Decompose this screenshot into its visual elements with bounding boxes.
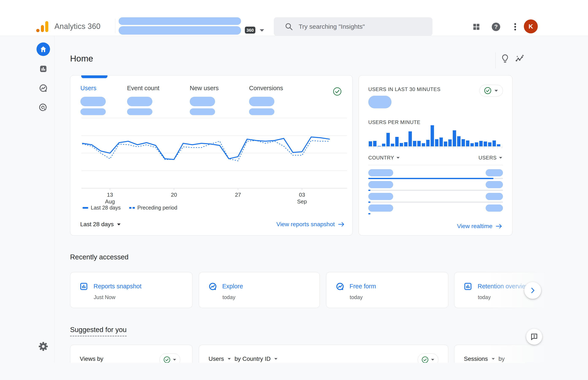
metric-delta-redacted <box>80 108 106 115</box>
account-name-redacted <box>119 17 241 25</box>
date-range-selector[interactable]: Last 28 days <box>80 221 121 228</box>
metric-label[interactable]: Conversions <box>249 85 283 92</box>
metric-label[interactable]: New users <box>190 85 219 92</box>
search-bar[interactable] <box>274 17 432 36</box>
metric-value-redacted <box>80 97 106 106</box>
progress-track <box>368 202 503 203</box>
dimension-part[interactable]: Views by <box>80 356 103 362</box>
recent-card-free-form[interactable]: Free form today <box>326 272 448 308</box>
recent-card-title[interactable]: Free form <box>350 283 376 290</box>
status-check-icon <box>484 87 492 95</box>
svg-text:?: ? <box>494 24 498 30</box>
card-status-dropdown[interactable] <box>160 353 180 363</box>
users-last-30min-label: USERS IN LAST 30 MINUTES <box>368 86 441 92</box>
property-name-redacted <box>119 26 241 35</box>
metric-tab-event-count[interactable]: Event count <box>127 85 159 115</box>
left-nav: /* teeth injected below */ <box>0 36 54 363</box>
chevron-down-icon <box>491 358 495 360</box>
chevron-down-icon <box>173 359 177 361</box>
metric-label[interactable]: Users <box>80 85 106 92</box>
recently-accessed-title: Recently accessed <box>70 253 128 261</box>
chart-legend: Last 28 days Preceding period <box>83 205 177 211</box>
suggested-card-1[interactable]: Views by <box>70 345 193 363</box>
progress-bar <box>368 178 493 179</box>
dimension-part[interactable]: by Country ID <box>234 356 270 362</box>
realtime-card: USERS IN LAST 30 MINUTES USERS PER MINUT… <box>358 75 513 235</box>
users-value-redacted <box>486 193 503 200</box>
arrow-right-icon <box>338 221 345 227</box>
card-status-dropdown[interactable] <box>418 353 438 363</box>
carousel-next-button[interactable] <box>524 282 541 299</box>
sidebar-item-home[interactable] <box>36 42 50 56</box>
more-vert-icon[interactable] <box>510 22 520 32</box>
progress-bar <box>368 190 370 191</box>
progress-bar <box>368 213 370 214</box>
metric-label[interactable]: Event count <box>127 85 159 92</box>
advertising-icon <box>39 103 48 112</box>
sidebar-item-reports[interactable] <box>36 62 50 76</box>
analytics-home-page: Analytics 360 360 ? K <box>0 0 588 380</box>
suggested-card-2[interactable]: Usersby Country ID <box>199 345 448 363</box>
feedback-button[interactable] <box>526 329 542 345</box>
recent-card-retention-overview[interactable]: Retention overview today <box>454 272 581 308</box>
metric-tab-conversions[interactable]: Conversions <box>249 85 283 115</box>
explore-icon <box>336 282 344 291</box>
sidebar-item-explore[interactable] <box>36 81 50 95</box>
chevron-down-icon[interactable] <box>259 29 265 32</box>
country-name-redacted <box>368 193 393 200</box>
users-per-minute-chart <box>369 125 501 147</box>
recent-card-time: Just Now <box>94 294 115 300</box>
recent-card-explore[interactable]: Explore today <box>199 272 320 308</box>
dimension-part[interactable]: Sessions <box>464 356 488 362</box>
active-tab-indicator <box>81 76 107 78</box>
insights-lightbulb-icon[interactable] <box>500 54 510 63</box>
arrow-right-icon <box>495 223 502 229</box>
dimension-part[interactable]: Users <box>209 356 224 362</box>
auto-insights-sparkline-icon[interactable] <box>515 54 525 64</box>
status-check-icon[interactable] <box>333 87 342 96</box>
sort-caret-icon <box>396 156 400 159</box>
google-apps-grid-icon[interactable] <box>472 23 480 31</box>
recent-card-title[interactable]: Explore <box>222 283 243 290</box>
dimension-part[interactable]: by <box>499 356 505 362</box>
recent-card-title[interactable]: Reports snapshot <box>93 283 142 290</box>
metric-delta-redacted <box>249 108 274 115</box>
x-axis-tick: 27 <box>225 191 251 198</box>
view-realtime-link[interactable]: View realtime <box>457 223 502 230</box>
recent-card-title[interactable]: Retention overview <box>478 283 530 290</box>
users-value-redacted <box>486 181 503 188</box>
metric-tab-users[interactable]: Users <box>80 85 106 115</box>
users-column-header[interactable]: USERS <box>479 155 502 161</box>
metric-tab-new-users[interactable]: New users <box>190 85 219 115</box>
recent-card-reports-snapshot[interactable]: Reports snapshot Just Now <box>70 272 193 308</box>
suggested-for-you-title: Suggested for you <box>70 326 127 334</box>
recent-card-time: today <box>350 294 363 300</box>
country-column-header[interactable]: COUNTRY <box>368 155 400 161</box>
progress-bar <box>368 202 370 203</box>
metric-delta-redacted <box>127 108 152 115</box>
metric-value-redacted <box>127 97 152 106</box>
reports-icon <box>464 282 472 291</box>
analytics-logo-icon <box>36 19 49 33</box>
recent-card-time: today <box>478 294 491 300</box>
page-title: Home <box>70 54 93 64</box>
legend-preceding-period: Preceding period <box>129 205 177 211</box>
realtime-user-count-redacted <box>368 96 392 108</box>
chevron-down-icon <box>431 359 435 361</box>
users-trend-chart <box>70 118 353 191</box>
chevron-down-icon <box>117 223 121 226</box>
realtime-status-dropdown[interactable] <box>479 85 503 96</box>
sidebar-item-advertising[interactable] <box>36 101 50 114</box>
chevron-down-icon <box>227 358 231 360</box>
sidebar-item-admin[interactable]: /* teeth injected below */ <box>36 340 50 353</box>
help-icon[interactable]: ? <box>491 22 501 32</box>
user-avatar[interactable]: K <box>524 19 538 33</box>
chevron-down-icon <box>274 358 278 360</box>
view-reports-snapshot-link[interactable]: View reports snapshot <box>276 221 345 228</box>
progress-track <box>368 190 503 191</box>
explore-icon <box>208 282 217 291</box>
chevron-right-icon <box>529 287 536 294</box>
suggested-card-3[interactable]: Sessionsby <box>454 345 581 363</box>
reports-icon <box>39 65 48 73</box>
search-input[interactable] <box>299 23 417 30</box>
